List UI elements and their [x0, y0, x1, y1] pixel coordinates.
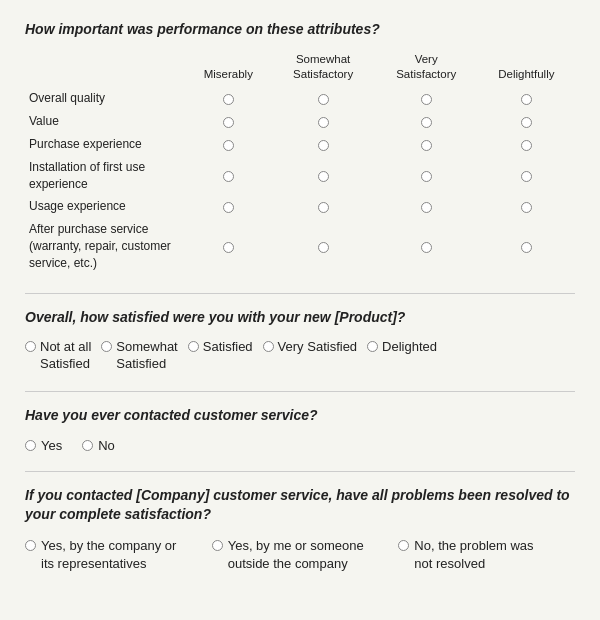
resolve-option[interactable]: No, the problem wasnot resolved	[398, 537, 575, 573]
option-label: Yes, by me or someoneoutside the company	[228, 537, 364, 573]
radio-option[interactable]	[223, 202, 234, 213]
radio-option[interactable]	[223, 171, 234, 182]
radio-icon	[398, 540, 409, 551]
table-row: Usage experience	[25, 195, 575, 218]
option-label: No	[98, 438, 115, 453]
section1-title: How important was performance on these a…	[25, 20, 575, 40]
option-label: Yes	[41, 438, 62, 453]
radio-option[interactable]	[521, 171, 532, 182]
radio-option[interactable]	[223, 140, 234, 151]
radio-icon	[188, 341, 199, 352]
section2-title: Overall, how satisfied were you with you…	[25, 308, 575, 328]
section3-title: Have you ever contacted customer service…	[25, 406, 575, 426]
radio-icon	[263, 341, 274, 352]
resolve-option[interactable]: Yes, by the company orits representative…	[25, 537, 202, 573]
radio-option[interactable]	[318, 171, 329, 182]
col-attribute	[25, 52, 185, 88]
radio-option[interactable]	[318, 242, 329, 253]
col-very-satisfactory: VerySatisfactory	[375, 52, 478, 88]
col-delightfully: Delightfully	[478, 52, 575, 88]
satisfaction-option[interactable]: SomewhatSatisfied	[101, 339, 177, 373]
option-label: Satisfied	[203, 339, 253, 356]
radio-option[interactable]	[521, 242, 532, 253]
row-label: Installation of first use experience	[25, 156, 185, 196]
section-resolved: If you contacted [Company] customer serv…	[25, 486, 575, 574]
row-label: Purchase experience	[25, 133, 185, 156]
option-label: Delighted	[382, 339, 437, 356]
option-label: Yes, by the company orits representative…	[41, 537, 176, 573]
section-overall-satisfaction: Overall, how satisfied were you with you…	[25, 308, 575, 373]
table-row: Installation of first use experience	[25, 156, 575, 196]
section-customer-service: Have you ever contacted customer service…	[25, 406, 575, 453]
option-label: Not at allSatisfied	[40, 339, 91, 373]
table-row: Value	[25, 110, 575, 133]
radio-option[interactable]	[318, 94, 329, 105]
radio-option[interactable]	[318, 117, 329, 128]
row-label: Overall quality	[25, 87, 185, 110]
resolve-options: Yes, by the company orits representative…	[25, 537, 575, 573]
yesno-option[interactable]: No	[82, 438, 115, 453]
option-label: No, the problem wasnot resolved	[414, 537, 533, 573]
radio-option[interactable]	[223, 242, 234, 253]
col-somewhat-satisfactory: SomewhatSatisfactory	[272, 52, 375, 88]
section4-title: If you contacted [Company] customer serv…	[25, 486, 575, 525]
satisfaction-option[interactable]: Delighted	[367, 339, 437, 356]
col-miserably: Miserably	[185, 52, 272, 88]
satisfaction-option[interactable]: Satisfied	[188, 339, 253, 356]
satisfaction-option[interactable]: Not at allSatisfied	[25, 339, 91, 373]
resolve-option[interactable]: Yes, by me or someoneoutside the company	[212, 537, 389, 573]
radio-icon	[101, 341, 112, 352]
yesno-options: YesNo	[25, 438, 575, 453]
row-label: After purchase service (warranty, repair…	[25, 218, 185, 274]
radio-icon	[82, 440, 93, 451]
radio-option[interactable]	[521, 94, 532, 105]
radio-option[interactable]	[521, 140, 532, 151]
table-row: After purchase service (warranty, repair…	[25, 218, 575, 274]
satisfaction-option[interactable]: Very Satisfied	[263, 339, 358, 356]
radio-option[interactable]	[421, 140, 432, 151]
radio-icon	[25, 341, 36, 352]
yesno-option[interactable]: Yes	[25, 438, 62, 453]
row-label: Usage experience	[25, 195, 185, 218]
section-performance: How important was performance on these a…	[25, 20, 575, 275]
option-label: SomewhatSatisfied	[116, 339, 177, 373]
table-row: Overall quality	[25, 87, 575, 110]
radio-option[interactable]	[223, 94, 234, 105]
radio-icon	[212, 540, 223, 551]
option-label: Very Satisfied	[278, 339, 358, 356]
radio-option[interactable]	[521, 117, 532, 128]
radio-option[interactable]	[421, 117, 432, 128]
radio-option[interactable]	[421, 242, 432, 253]
row-label: Value	[25, 110, 185, 133]
radio-option[interactable]	[421, 94, 432, 105]
radio-option[interactable]	[521, 202, 532, 213]
radio-option[interactable]	[223, 117, 234, 128]
radio-option[interactable]	[318, 140, 329, 151]
radio-icon	[367, 341, 378, 352]
radio-icon	[25, 540, 36, 551]
performance-table: Miserably SomewhatSatisfactory VerySatis…	[25, 52, 575, 275]
radio-option[interactable]	[421, 171, 432, 182]
table-row: Purchase experience	[25, 133, 575, 156]
radio-icon	[25, 440, 36, 451]
radio-option[interactable]	[421, 202, 432, 213]
radio-option[interactable]	[318, 202, 329, 213]
satisfaction-options: Not at allSatisfiedSomewhatSatisfiedSati…	[25, 339, 575, 373]
